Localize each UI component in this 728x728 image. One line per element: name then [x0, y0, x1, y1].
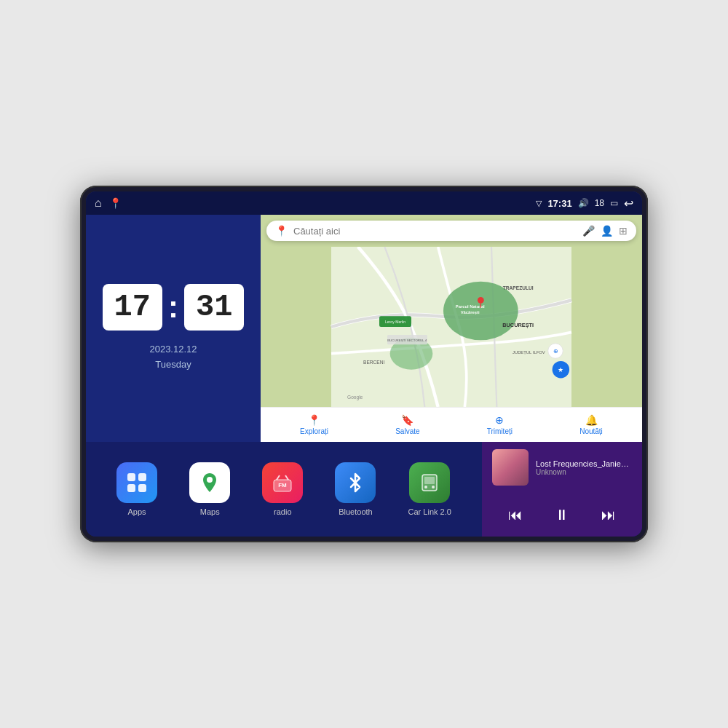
clock-hours: 17 [103, 284, 162, 331]
svg-text:BUCUREȘTI: BUCUREȘTI [502, 322, 534, 328]
music-title: Lost Frequencies_Janieck Devy-... [536, 459, 632, 468]
album-art [492, 449, 529, 486]
svg-rect-20 [127, 473, 135, 481]
radio-label: radio [274, 507, 291, 516]
clock-display: 17 : 31 [103, 284, 245, 331]
grid-icon[interactable]: ⊞ [619, 225, 628, 237]
app-item-apps[interactable]: Apps [116, 462, 157, 516]
music-player: Lost Frequencies_Janieck Devy-... Unknow… [482, 442, 642, 537]
carlink-label: Car Link 2.0 [408, 507, 451, 516]
map-bottom-bar: 📍 Explorați 🔖 Salvate ⊕ Trimiteți 🔔 Nout… [261, 407, 642, 442]
app-item-bluetooth[interactable]: Bluetooth [335, 462, 376, 516]
bluetooth-svg-icon [344, 471, 367, 494]
device-screen: ⌂ 📍 ▽ 17:31 🔊 18 ▭ ↩ 17 : 31 [86, 191, 642, 537]
map-nav-explore[interactable]: 📍 Explorați [300, 414, 328, 435]
carlink-svg-icon [418, 471, 441, 494]
svg-line-27 [277, 475, 280, 480]
music-text: Lost Frequencies_Janieck Devy-... Unknow… [536, 459, 632, 476]
home-icon[interactable]: ⌂ [95, 197, 102, 210]
news-label: Noutăți [579, 427, 603, 435]
svg-text:JUDEȚUL ILFOV: JUDEȚUL ILFOV [513, 350, 545, 355]
clock-minutes: 31 [184, 284, 244, 331]
main-content: 17 : 31 2023.12.12 Tuesday 📍 🎤 👤 [86, 215, 642, 442]
svg-text:TRAPEZULUI: TRAPEZULUI [503, 285, 534, 290]
apps-icon [116, 462, 157, 503]
clock-date: 2023.12.12 Tuesday [149, 342, 197, 373]
map-nav-send[interactable]: ⊕ Trimiteți [487, 414, 513, 435]
map-search-input[interactable] [293, 226, 577, 237]
app-item-radio[interactable]: FM radio [262, 462, 303, 516]
svg-text:⊕: ⊕ [553, 348, 558, 355]
bottom-bar: Apps Maps [86, 442, 642, 537]
saved-icon: 🔖 [401, 414, 414, 426]
user-icon[interactable]: 👤 [601, 225, 613, 237]
play-pause-button[interactable]: ⏸ [547, 504, 577, 526]
map-svg: Parcul Natural Văcărești TRAPEZULUI BUCU… [261, 247, 642, 407]
car-display-device: ⌂ 📍 ▽ 17:31 🔊 18 ▭ ↩ 17 : 31 [80, 186, 648, 542]
svg-point-33 [432, 486, 435, 488]
next-button[interactable]: ⏭ [594, 504, 623, 526]
svg-rect-31 [424, 477, 435, 484]
explore-label: Explorați [300, 427, 328, 435]
svg-text:Google: Google [347, 395, 363, 400]
bluetooth-icon [335, 462, 376, 503]
send-label: Trimiteți [487, 427, 513, 435]
map-nav-news[interactable]: 🔔 Noutăți [579, 414, 603, 435]
svg-text:BERCENI: BERCENI [363, 360, 384, 365]
status-bar: ⌂ 📍 ▽ 17:31 🔊 18 ▭ ↩ [86, 191, 642, 215]
maps-label: Maps [200, 507, 220, 516]
volume-level: 18 [595, 198, 604, 208]
map-nav-saved[interactable]: 🔖 Salvate [395, 414, 419, 435]
maps-pin-icon[interactable]: 📍 [109, 197, 122, 209]
map-search-icons: 🎤 👤 ⊞ [582, 225, 628, 237]
app-item-carlink[interactable]: Car Link 2.0 [408, 462, 451, 516]
app-item-maps[interactable]: Maps [189, 462, 230, 516]
radio-icon: FM [262, 462, 303, 503]
apps-grid-icon [125, 471, 149, 494]
svg-text:★: ★ [558, 366, 563, 373]
music-controls: ⏮ ⏸ ⏭ [492, 501, 632, 529]
svg-rect-22 [127, 484, 135, 492]
svg-point-32 [424, 486, 427, 488]
back-icon[interactable]: ↩ [624, 197, 633, 210]
status-left: ⌂ 📍 [95, 197, 122, 210]
clock-panel: 17 : 31 2023.12.12 Tuesday [86, 215, 261, 442]
svg-text:Văcărești: Văcărești [461, 310, 480, 314]
signal-icon: ▽ [536, 199, 542, 208]
carlink-icon [409, 462, 450, 503]
svg-rect-23 [138, 484, 146, 492]
svg-rect-21 [138, 473, 146, 481]
svg-text:Leroy Merlin: Leroy Merlin [385, 320, 405, 324]
send-icon: ⊕ [495, 414, 504, 426]
map-pin-icon: 📍 [275, 225, 288, 237]
svg-point-24 [207, 477, 213, 483]
svg-line-28 [285, 475, 288, 480]
maps-svg-icon [198, 471, 221, 494]
bluetooth-label: Bluetooth [339, 507, 372, 516]
status-time: 17:31 [547, 198, 571, 209]
volume-icon: 🔊 [578, 198, 589, 208]
clock-colon: : [168, 290, 178, 325]
radio-svg-icon: FM [271, 471, 294, 494]
battery-icon: ▭ [610, 198, 618, 208]
news-icon: 🔔 [585, 414, 598, 426]
map-area[interactable]: Parcul Natural Văcărești TRAPEZULUI BUCU… [261, 215, 642, 407]
prev-button[interactable]: ⏮ [501, 504, 530, 526]
svg-text:FM: FM [279, 482, 288, 488]
svg-text:BUCUREȘTI SECTORUL 4: BUCUREȘTI SECTORUL 4 [387, 339, 427, 342]
music-info: Lost Frequencies_Janieck Devy-... Unknow… [492, 449, 632, 486]
svg-point-1 [443, 282, 518, 341]
apps-label: Apps [128, 507, 146, 516]
music-artist: Unknown [536, 468, 632, 476]
svg-point-14 [478, 297, 484, 304]
saved-label: Salvate [395, 427, 419, 435]
map-panel[interactable]: 📍 🎤 👤 ⊞ [261, 215, 642, 442]
svg-marker-29 [351, 474, 360, 491]
voice-icon[interactable]: 🎤 [582, 225, 595, 237]
status-right: ▽ 17:31 🔊 18 ▭ ↩ [536, 197, 633, 210]
music-thumbnail [492, 449, 529, 486]
explore-icon: 📍 [308, 414, 320, 426]
maps-icon [189, 462, 230, 503]
map-search-bar[interactable]: 📍 🎤 👤 ⊞ [266, 221, 636, 241]
apps-section: Apps Maps [86, 442, 482, 537]
